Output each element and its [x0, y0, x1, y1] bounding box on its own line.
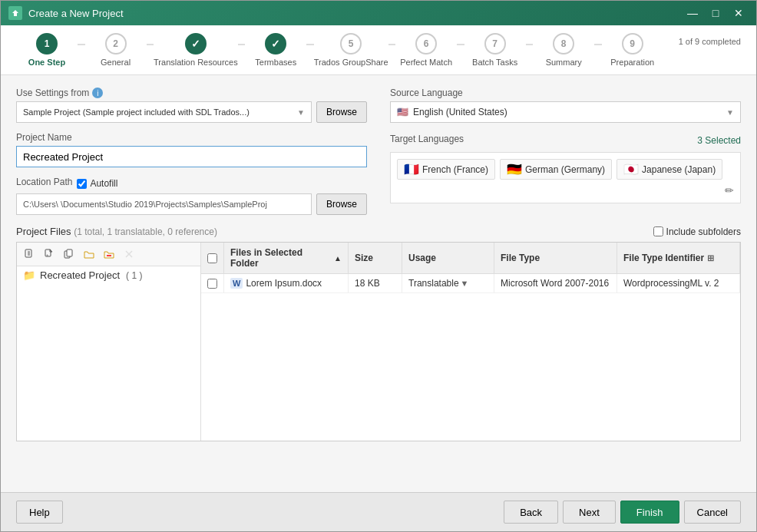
- location-path-label: Location Path: [16, 177, 72, 187]
- browse-settings-button[interactable]: Browse: [316, 101, 367, 123]
- step-8[interactable]: 8 Summary: [533, 33, 594, 74]
- step-7[interactable]: 7 Batch Tasks: [464, 33, 526, 74]
- add-file-button-2[interactable]: +: [40, 246, 58, 263]
- project-files-header: Project Files (1 total, 1 translatable, …: [16, 226, 741, 237]
- include-subfolders-checkbox[interactable]: [653, 226, 663, 236]
- step-9[interactable]: 9 Preparation: [602, 33, 663, 74]
- edit-languages-icon[interactable]: ✏: [725, 184, 734, 197]
- word-icon: W: [230, 278, 243, 289]
- language-tag-french: 🇫🇷 French (France): [397, 159, 495, 180]
- open-folder-button[interactable]: [80, 246, 98, 263]
- th-file-type-identifier[interactable]: File Type Identifier ⊞: [617, 243, 740, 273]
- tree-item-project[interactable]: 📁 Recreated Project ( 1 ): [17, 266, 200, 284]
- usage-dropdown-icon[interactable]: ▼: [461, 279, 469, 288]
- title-bar: Create a New Project — □ ✕: [1, 1, 756, 25]
- step-2-circle: 2: [105, 33, 127, 55]
- target-languages-label: Target Languages: [390, 134, 464, 144]
- language-tag-japanese: 🇯🇵 Japanese (Japan): [617, 159, 722, 180]
- settings-dropdown[interactable]: Sample Project (Sample project included …: [16, 101, 312, 123]
- selected-count: 3 Selected: [697, 135, 741, 146]
- step-6-circle: 6: [415, 33, 437, 55]
- next-button[interactable]: Next: [563, 501, 616, 524]
- th-files-in-folder[interactable]: Files in Selected Folder ▲: [224, 243, 349, 273]
- td-usage: Translatable ▼: [402, 274, 494, 292]
- td-file-type: Microsoft Word 2007-2016: [494, 274, 617, 292]
- step-4-label: Termbases: [255, 58, 296, 67]
- settings-value: Sample Project (Sample project included …: [23, 107, 250, 117]
- language-tag-german: 🇩🇪 German (Germany): [500, 159, 612, 180]
- step-4[interactable]: ✓ Termbases: [245, 33, 306, 74]
- source-language-dropdown[interactable]: 🇺🇸 English (United States) ▼: [390, 101, 741, 123]
- autofill-label[interactable]: Autofill: [77, 178, 117, 189]
- path-row: C:\Users\ \Documents\Studio 2019\Project…: [16, 193, 367, 215]
- step-3[interactable]: ✓ Translation Resources: [154, 33, 238, 74]
- td-identifier: WordprocessingML v. 2: [617, 274, 740, 292]
- minimize-button[interactable]: —: [683, 5, 702, 21]
- td-size: 18 KB: [349, 274, 402, 292]
- finish-button[interactable]: Finish: [620, 501, 679, 524]
- files-area: +: [16, 242, 741, 441]
- source-language-value: English (United States): [413, 107, 507, 117]
- project-files-section: Project Files (1 total, 1 translatable, …: [16, 226, 741, 441]
- svg-text:+: +: [46, 253, 49, 257]
- th-size[interactable]: Size: [349, 243, 402, 273]
- location-row: Location Path Autofill: [16, 177, 367, 190]
- close-button[interactable]: ✕: [729, 5, 749, 21]
- project-name-section: Project Name: [16, 132, 367, 167]
- step-9-label: Preparation: [610, 58, 654, 67]
- add-file-button[interactable]: [20, 246, 38, 263]
- step-5[interactable]: 5 Trados GroupShare: [314, 33, 388, 74]
- app-icon: [8, 6, 22, 20]
- include-subfolders-label[interactable]: Include subfolders: [653, 226, 741, 237]
- japanese-flag: 🇯🇵: [623, 162, 639, 177]
- connector-6-7: [457, 44, 464, 45]
- use-settings-label: Use Settings from i: [16, 88, 367, 98]
- browse-location-button[interactable]: Browse: [316, 193, 367, 215]
- add-multiple-button[interactable]: [60, 246, 78, 263]
- project-files-subtitle: (1 total, 1 translatable, 0 reference): [74, 226, 217, 237]
- step-7-label: Batch Tasks: [472, 58, 517, 67]
- select-all-checkbox[interactable]: [207, 253, 217, 263]
- connector-8-9: [594, 44, 602, 45]
- right-panel: Source Language 🇺🇸 English (United State…: [390, 88, 741, 215]
- project-name-input[interactable]: [16, 146, 367, 167]
- usage-value: Translatable: [408, 278, 459, 289]
- steps-list: 1 One Step 2 General ✓ Translation Resou…: [16, 33, 663, 74]
- th-usage[interactable]: Usage: [402, 243, 494, 273]
- step-2[interactable]: 2 General: [85, 33, 147, 74]
- filename: Lorem Ipsum.docx: [246, 278, 322, 289]
- step-1-circle: 1: [36, 33, 58, 55]
- step-6[interactable]: 6 Perfect Match: [395, 33, 457, 74]
- french-flag: 🇫🇷: [404, 162, 419, 177]
- remove-button[interactable]: [120, 246, 138, 263]
- connector-3-4: [238, 44, 246, 45]
- help-button[interactable]: Help: [16, 501, 63, 524]
- th-check[interactable]: [201, 243, 224, 273]
- th-file-type[interactable]: File Type: [494, 243, 617, 273]
- step-3-circle: ✓: [185, 33, 207, 55]
- row-checkbox[interactable]: [207, 279, 217, 289]
- location-path-input[interactable]: C:\Users\ \Documents\Studio 2019\Project…: [16, 193, 312, 215]
- connector-5-6: [388, 44, 396, 45]
- td-check[interactable]: [201, 274, 224, 292]
- window-controls: — □ ✕: [683, 5, 749, 21]
- wizard-steps: 1 One Step 2 General ✓ Translation Resou…: [1, 25, 756, 75]
- target-languages-header: Target Languages 3 Selected: [390, 134, 741, 147]
- project-files-title: Project Files (1 total, 1 translatable, …: [16, 226, 217, 237]
- info-icon[interactable]: i: [92, 88, 103, 98]
- tree-item-count: ( 1 ): [126, 270, 142, 281]
- footer: Help Back Next Finish Cancel: [1, 492, 756, 531]
- maximize-button[interactable]: □: [706, 5, 726, 21]
- tree-item-project-name: Recreated Project: [40, 269, 120, 281]
- step-5-circle: 5: [340, 33, 362, 55]
- cancel-button[interactable]: Cancel: [684, 501, 741, 524]
- remove-folder-button[interactable]: [100, 246, 118, 263]
- autofill-checkbox[interactable]: [77, 179, 87, 189]
- connector-4-5: [306, 44, 314, 45]
- german-flag: 🇩🇪: [507, 162, 522, 177]
- step-1[interactable]: 1 One Step: [16, 33, 78, 74]
- back-button[interactable]: Back: [504, 501, 558, 524]
- project-name-label: Project Name: [16, 132, 367, 143]
- step-8-label: Summary: [546, 58, 582, 67]
- target-languages-section: Target Languages 3 Selected 🇫🇷 French (F…: [390, 134, 741, 203]
